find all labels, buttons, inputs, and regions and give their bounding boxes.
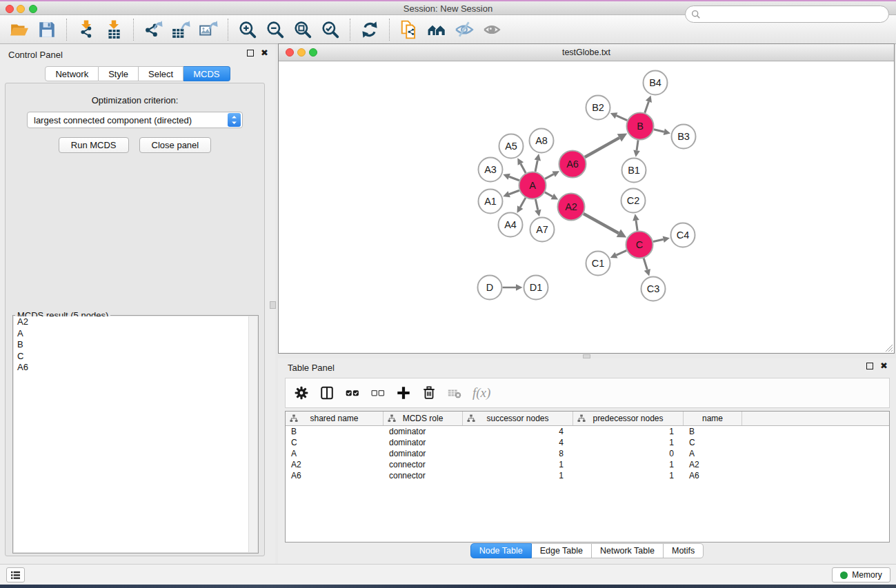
- refresh-icon[interactable]: [356, 17, 384, 42]
- network-node-B4[interactable]: B4: [644, 71, 668, 95]
- save-session-icon[interactable]: [33, 17, 61, 42]
- close-panel-button[interactable]: Close panel: [139, 137, 212, 153]
- cell-name[interactable]: A: [684, 448, 742, 459]
- cell-predecessor-nodes[interactable]: 1: [573, 437, 684, 448]
- tab-network[interactable]: Network: [45, 66, 99, 81]
- network-node-B1[interactable]: B1: [622, 159, 646, 183]
- column-header-shared-name[interactable]: shared name: [286, 412, 384, 425]
- network-canvas[interactable]: B4B2BB3A5A8A6A3AB1A1A2C2A4A7C4CC1C3DD1: [279, 61, 894, 353]
- network-edge-C-C3[interactable]: [644, 258, 647, 270]
- cell-MCDS-role[interactable]: connector: [384, 470, 463, 481]
- deselect-all-icon[interactable]: [369, 384, 387, 402]
- tab-network-table[interactable]: Network Table: [592, 543, 664, 558]
- close-panel-icon[interactable]: ✖: [261, 50, 268, 57]
- mcds-result-list[interactable]: A2ABCA6: [14, 316, 257, 552]
- column-visibility-icon[interactable]: [318, 384, 336, 402]
- network-edge-A-A2[interactable]: [545, 192, 552, 196]
- network-edge-A-A3[interactable]: [509, 176, 519, 181]
- function-builder-button[interactable]: f(x): [472, 385, 490, 401]
- table-row[interactable]: Adominator80A: [286, 448, 889, 459]
- float-panel-icon[interactable]: [247, 50, 254, 57]
- cell-MCDS-role[interactable]: dominator: [384, 437, 463, 448]
- network-edge-A-A1[interactable]: [509, 190, 519, 194]
- cell-successor-nodes[interactable]: 1: [463, 459, 573, 470]
- cell-successor-nodes[interactable]: 8: [463, 448, 573, 459]
- network-edge-A6-B[interactable]: [585, 138, 619, 157]
- network-node-A[interactable]: A: [519, 172, 546, 199]
- network-node-A1[interactable]: A1: [479, 190, 503, 214]
- cell-shared-name[interactable]: A: [286, 448, 384, 459]
- network-edge-A-A5[interactable]: [521, 163, 526, 173]
- cell-predecessor-nodes[interactable]: 0: [573, 448, 684, 459]
- zoom-in-icon[interactable]: [234, 17, 261, 42]
- network-node-C3[interactable]: C3: [641, 277, 666, 301]
- clone-network-icon[interactable]: [395, 17, 423, 42]
- export-table-icon[interactable]: [167, 17, 195, 42]
- network-node-B3[interactable]: B3: [672, 125, 696, 149]
- zoom-selected-icon[interactable]: [317, 17, 344, 42]
- network-node-C[interactable]: C: [626, 232, 653, 258]
- network-node-C4[interactable]: C4: [671, 223, 695, 247]
- cell-name[interactable]: A6: [684, 470, 742, 481]
- import-table-icon[interactable]: [100, 17, 128, 42]
- import-network-icon[interactable]: [72, 17, 100, 42]
- select-all-icon[interactable]: [344, 384, 361, 402]
- houses-icon[interactable]: [423, 17, 450, 42]
- tab-edge-table[interactable]: Edge Table: [532, 543, 592, 558]
- cell-successor-nodes[interactable]: 4: [463, 426, 573, 437]
- cell-shared-name[interactable]: A2: [286, 459, 384, 470]
- column-header-predecessor-nodes[interactable]: predecessor nodes: [573, 412, 684, 425]
- search-box[interactable]: [685, 6, 889, 23]
- cell-MCDS-role[interactable]: connector: [384, 459, 463, 470]
- cell-name[interactable]: B: [684, 426, 742, 437]
- cell-successor-nodes[interactable]: 1: [463, 470, 573, 481]
- table-row[interactable]: Bdominator41B: [286, 426, 889, 437]
- network-edge-C-C4[interactable]: [653, 239, 664, 241]
- column-header-name[interactable]: name: [684, 412, 742, 425]
- network-node-A5[interactable]: A5: [499, 134, 524, 159]
- column-header-MCDS-role[interactable]: MCDS role: [384, 412, 463, 425]
- result-item[interactable]: A: [14, 328, 257, 340]
- run-mcds-button[interactable]: Run MCDS: [59, 137, 129, 153]
- window-resize-grip[interactable]: [884, 343, 893, 352]
- cell-predecessor-nodes[interactable]: 1: [573, 459, 684, 470]
- network-edge-A-A7[interactable]: [535, 199, 537, 210]
- add-column-icon[interactable]: [395, 384, 412, 402]
- cell-shared-name[interactable]: B: [286, 426, 384, 437]
- zoom-fit-icon[interactable]: [289, 17, 317, 42]
- result-item[interactable]: B: [14, 339, 257, 351]
- network-node-A6[interactable]: A6: [559, 151, 586, 178]
- search-input[interactable]: [704, 8, 888, 21]
- cell-successor-nodes[interactable]: 4: [463, 437, 573, 448]
- column-header-successor-nodes[interactable]: successor nodes: [463, 412, 573, 425]
- export-image-icon[interactable]: [195, 17, 222, 42]
- network-edge-B-B4[interactable]: [645, 101, 649, 112]
- network-edge-A2-C[interactable]: [584, 214, 619, 233]
- network-edge-C-C1[interactable]: [616, 250, 626, 255]
- network-node-B[interactable]: B: [627, 113, 654, 140]
- tab-select[interactable]: Select: [139, 66, 183, 81]
- result-item[interactable]: C: [14, 351, 257, 363]
- network-edge-B-B1[interactable]: [637, 140, 638, 150]
- network-node-C1[interactable]: C1: [586, 252, 610, 276]
- cell-predecessor-nodes[interactable]: 1: [573, 426, 684, 437]
- close-table-panel-icon[interactable]: ✖: [880, 363, 888, 369]
- open-session-icon[interactable]: [6, 17, 33, 42]
- export-network-icon[interactable]: [139, 17, 167, 42]
- cell-shared-name[interactable]: C: [286, 437, 384, 448]
- network-node-D[interactable]: D: [478, 276, 502, 300]
- network-node-A8[interactable]: A8: [530, 129, 554, 153]
- network-edge-B-B2[interactable]: [617, 116, 628, 121]
- network-edge-A-A8[interactable]: [535, 160, 537, 171]
- cell-MCDS-role[interactable]: dominator: [384, 426, 463, 437]
- table-row[interactable]: Cdominator41C: [286, 437, 889, 448]
- hide-selected-icon[interactable]: [450, 17, 478, 42]
- memory-button[interactable]: Memory: [832, 567, 890, 582]
- cell-predecessor-nodes[interactable]: 1: [573, 470, 684, 481]
- float-table-panel-icon[interactable]: [866, 363, 873, 369]
- tab-motifs[interactable]: Motifs: [664, 543, 704, 558]
- network-node-A4[interactable]: A4: [499, 213, 523, 237]
- network-node-A7[interactable]: A7: [530, 218, 555, 242]
- tab-mcds[interactable]: MCDS: [183, 66, 230, 81]
- result-list-scrollbar[interactable]: [248, 316, 257, 552]
